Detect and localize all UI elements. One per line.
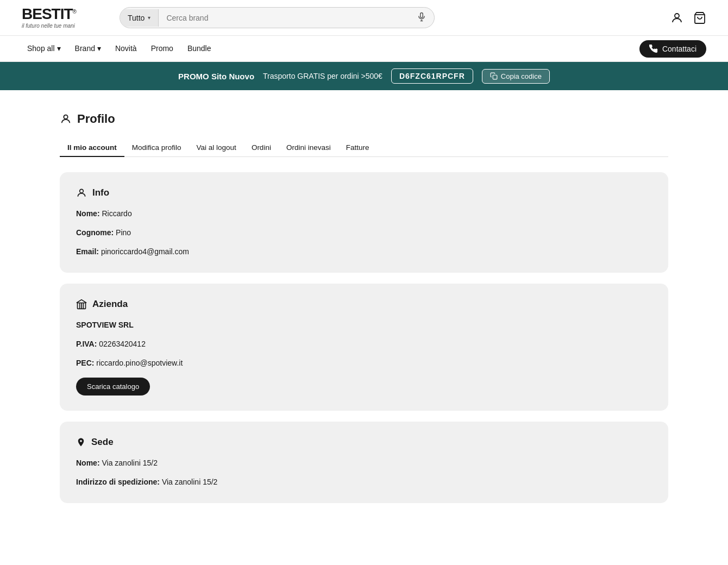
- company-piva-label: P.IVA:: [76, 340, 97, 348]
- nav-item-shop-all[interactable]: Shop all ▾: [22, 40, 66, 58]
- nav-item-bundle[interactable]: Bundle: [182, 40, 217, 58]
- tab-invoices[interactable]: Fatture: [338, 139, 377, 157]
- tab-logout[interactable]: Vai al logout: [189, 139, 244, 157]
- account-button[interactable]: [670, 11, 683, 24]
- nav-item-brand[interactable]: Brand ▾: [70, 40, 106, 58]
- tab-my-account[interactable]: Il mio account: [60, 139, 124, 157]
- chevron-down-icon: ▾: [57, 44, 61, 53]
- info-card: Info Nome: Riccardo Cognome: Pino Email:…: [60, 172, 668, 273]
- nav-items: Shop all ▾ Brand ▾ Novità Promo Bundle: [22, 40, 639, 58]
- sede-address-row: Indirizzo di spedizione: Via zanolini 15…: [76, 476, 652, 488]
- promo-description: Trasporto GRATIS per ordini >500€: [263, 72, 382, 80]
- svg-point-3: [675, 14, 679, 18]
- company-pec-row: PEC: riccardo.pino@spotview.it: [76, 357, 652, 369]
- svg-point-7: [80, 189, 84, 193]
- sede-address-label: Indirizzo di spedizione:: [76, 478, 160, 486]
- promo-title: PROMO Sito Nuovo: [178, 72, 254, 81]
- company-name-row: SPOTVIEW SRL: [76, 319, 652, 331]
- search-category-label: Tutto: [128, 14, 145, 22]
- main-content: Profilo Il mio account Modifica profilo …: [38, 90, 690, 536]
- info-card-header: Info: [76, 187, 652, 198]
- nav-label-promo: Promo: [151, 44, 173, 53]
- info-email-row: Email: pinoriccardo4@gmail.com: [76, 246, 652, 258]
- promo-code-box: D6FZC61RPCFR: [391, 68, 473, 84]
- profile-tabs: Il mio account Modifica profilo Vai al l…: [60, 139, 668, 157]
- info-email-value: pinoriccardo4@gmail.com: [101, 247, 189, 256]
- sede-address-value: Via zanolini 15/2: [162, 478, 217, 486]
- profile-icon: [60, 113, 72, 125]
- sede-card-title: Sede: [91, 437, 114, 448]
- promo-banner: PROMO Sito Nuovo Trasporto GRATIS per or…: [0, 62, 728, 90]
- tab-edit-profile[interactable]: Modifica profilo: [124, 139, 189, 157]
- info-cognome-label: Cognome:: [76, 228, 114, 237]
- sede-nome-label: Nome:: [76, 459, 100, 467]
- search-category-dropdown[interactable]: Tutto ▾: [120, 9, 159, 27]
- svg-point-6: [64, 115, 67, 119]
- sede-nome-row: Nome: Via zanolini 15/2: [76, 457, 652, 469]
- chevron-down-icon: ▾: [148, 15, 150, 21]
- svg-rect-5: [493, 75, 497, 79]
- company-piva-row: P.IVA: 02263420412: [76, 338, 652, 350]
- nav-item-promo[interactable]: Promo: [146, 40, 179, 58]
- contact-label: Contattaci: [662, 45, 696, 53]
- company-card-title: Azienda: [92, 299, 128, 310]
- company-piva-value: 02263420412: [99, 340, 146, 348]
- nav-item-novita[interactable]: Novità: [110, 40, 142, 58]
- sede-card-header: Sede: [76, 437, 652, 448]
- company-pec-label: PEC:: [76, 359, 94, 367]
- logo[interactable]: BESTIT® il futuro nelle tue mani: [22, 7, 109, 29]
- header: BESTIT® il futuro nelle tue mani Tutto ▾: [0, 0, 728, 36]
- building-icon: [76, 299, 87, 310]
- tab-pending-orders[interactable]: Ordini inevasi: [279, 139, 338, 157]
- info-cognome-row: Cognome: Pino: [76, 227, 652, 238]
- search-bar: Tutto ▾: [120, 7, 435, 28]
- page-title: Profilo: [77, 112, 115, 126]
- svg-rect-0: [421, 13, 423, 18]
- sede-nome-value: Via zanolini 15/2: [102, 459, 157, 467]
- info-email-label: Email:: [76, 247, 99, 256]
- company-pec-value: riccardo.pino@spotview.it: [96, 359, 183, 367]
- info-card-title: Info: [92, 187, 109, 198]
- tab-orders[interactable]: Ordini: [244, 139, 279, 157]
- sede-card: Sede Nome: Via zanolini 15/2 Indirizzo d…: [60, 422, 668, 503]
- company-name-value: SPOTVIEW SRL: [76, 321, 134, 329]
- download-catalog-label: Scarica catalogo: [87, 382, 139, 391]
- company-card-header: Azienda: [76, 299, 652, 310]
- info-nome-value: Riccardo: [102, 209, 131, 218]
- info-nome-label: Nome:: [76, 209, 100, 218]
- info-cognome-value: Pino: [116, 228, 131, 237]
- nav-label-shop-all: Shop all: [27, 44, 55, 53]
- user-icon: [76, 187, 87, 198]
- header-icons: [670, 11, 706, 24]
- location-pin-icon: [76, 437, 86, 448]
- nav-bar: Shop all ▾ Brand ▾ Novità Promo Bundle C…: [0, 36, 728, 62]
- copy-code-button[interactable]: Copia codice: [482, 69, 550, 84]
- nav-label-novita: Novità: [115, 44, 137, 53]
- logo-subtitle: il futuro nelle tue mani: [22, 23, 109, 29]
- copy-code-label: Copia codice: [501, 72, 542, 80]
- company-card: Azienda SPOTVIEW SRL P.IVA: 02263420412 …: [60, 284, 668, 411]
- nav-label-brand: Brand: [75, 44, 95, 53]
- nav-label-bundle: Bundle: [187, 44, 211, 53]
- chevron-down-icon: ▾: [97, 44, 101, 53]
- info-nome-row: Nome: Riccardo: [76, 208, 652, 219]
- microphone-icon[interactable]: [409, 8, 434, 28]
- download-catalog-button[interactable]: Scarica catalogo: [76, 378, 150, 395]
- contact-button[interactable]: Contattaci: [639, 40, 706, 58]
- cart-button[interactable]: [693, 11, 706, 24]
- logo-main: BESTIT®: [22, 7, 109, 22]
- search-input[interactable]: [159, 9, 409, 27]
- page-title-row: Profilo: [60, 112, 668, 126]
